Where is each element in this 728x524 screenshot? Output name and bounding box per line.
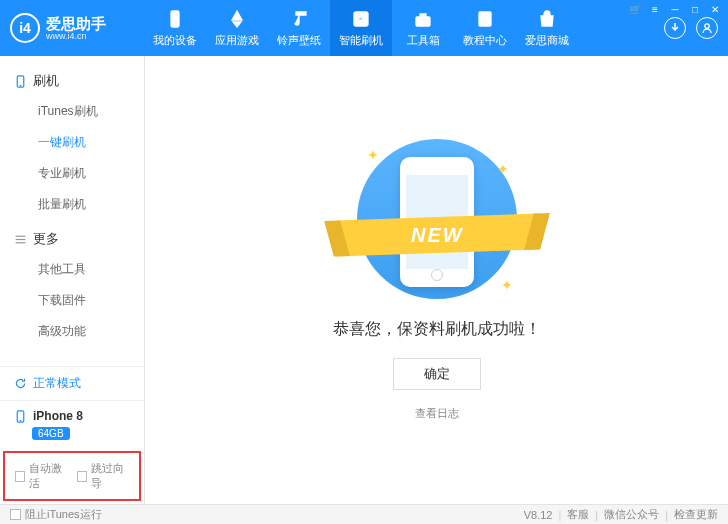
new-ribbon: NEW (337, 214, 537, 257)
version-label: V8.12 (524, 509, 553, 521)
download-icon[interactable] (664, 17, 686, 39)
device-name: iPhone 8 (33, 409, 83, 423)
success-message: 恭喜您，保资料刷机成功啦！ (333, 319, 541, 340)
nav-label: 智能刷机 (339, 33, 383, 48)
nav-book[interactable]: 教程中心 (454, 0, 516, 56)
nav-label: 应用游戏 (215, 33, 259, 48)
svg-rect-4 (479, 12, 491, 26)
logo-icon: i4 (10, 13, 40, 43)
window-controls: 🛒 ≡ ─ □ ✕ (628, 4, 722, 15)
svg-rect-3 (416, 17, 430, 26)
support-link[interactable]: 客服 (567, 507, 589, 522)
main-panel: ✦ ✦ ✦ NEW 恭喜您，保资料刷机成功啦！ 确定 查看日志 (145, 56, 728, 504)
sidebar-status[interactable]: 正常模式 (0, 366, 144, 400)
nav-apps[interactable]: 应用游戏 (206, 0, 268, 56)
refresh-icon (14, 377, 27, 390)
nav-label: 铃声壁纸 (277, 33, 321, 48)
more-icon (14, 233, 27, 246)
sidebar-item[interactable]: 下载固件 (0, 285, 144, 316)
sidebar: 刷机iTunes刷机一键刷机专业刷机批量刷机更多其他工具下载固件高级功能 正常模… (0, 56, 145, 504)
sidebar-group-header[interactable]: 更多 (0, 224, 144, 254)
device-capacity-badge: 64GB (32, 427, 70, 440)
update-link[interactable]: 检查更新 (674, 507, 718, 522)
nav-shop[interactable]: 爱思商城 (516, 0, 578, 56)
nav-flash[interactable]: 智能刷机 (330, 0, 392, 56)
block-itunes-checkbox[interactable]: 阻止iTunes运行 (10, 507, 102, 522)
apps-icon (227, 9, 247, 29)
status-label: 正常模式 (33, 375, 81, 392)
checkbox-icon (77, 471, 87, 482)
status-bar: 阻止iTunes运行 V8.12 | 客服 | 微信公众号 | 检查更新 (0, 504, 728, 524)
phone-icon (14, 410, 27, 423)
sidebar-item[interactable]: 高级功能 (0, 316, 144, 347)
sidebar-device[interactable]: iPhone 8 64GB (0, 400, 144, 448)
wechat-link[interactable]: 微信公众号 (604, 507, 659, 522)
confirm-button[interactable]: 确定 (393, 358, 481, 390)
device-icon (165, 9, 185, 29)
sidebar-item[interactable]: 专业刷机 (0, 158, 144, 189)
phone-icon (14, 75, 27, 88)
sidebar-item[interactable]: 批量刷机 (0, 189, 144, 220)
sidebar-item[interactable]: iTunes刷机 (0, 96, 144, 127)
sidebar-options: 自动激活跳过向导 (3, 451, 141, 501)
checkbox-icon (15, 471, 25, 482)
menu-icon[interactable]: ≡ (648, 4, 662, 15)
nav-music[interactable]: 铃声壁纸 (268, 0, 330, 56)
nav-label: 教程中心 (463, 33, 507, 48)
user-icon[interactable] (696, 17, 718, 39)
minimize-icon[interactable]: ─ (668, 4, 682, 15)
sidebar-item[interactable]: 一键刷机 (0, 127, 144, 158)
cart-icon[interactable]: 🛒 (628, 4, 642, 15)
music-icon (289, 9, 309, 29)
sidebar-group-header[interactable]: 刷机 (0, 66, 144, 96)
main-nav: 我的设备应用游戏铃声壁纸智能刷机工具箱教程中心爱思商城 (144, 0, 664, 56)
app-logo: i4 爱思助手 www.i4.cn (0, 13, 144, 43)
nav-device[interactable]: 我的设备 (144, 0, 206, 56)
svg-point-6 (705, 24, 709, 28)
close-icon[interactable]: ✕ (708, 4, 722, 15)
sidebar-item[interactable]: 其他工具 (0, 254, 144, 285)
app-header: i4 爱思助手 www.i4.cn 我的设备应用游戏铃声壁纸智能刷机工具箱教程中… (0, 0, 728, 56)
flash-icon (351, 9, 371, 29)
book-icon (475, 9, 495, 29)
nav-label: 爱思商城 (525, 33, 569, 48)
maximize-icon[interactable]: □ (688, 4, 702, 15)
nav-toolbox[interactable]: 工具箱 (392, 0, 454, 56)
nav-label: 我的设备 (153, 33, 197, 48)
shop-icon (537, 9, 557, 29)
logo-title: 爱思助手 (46, 16, 106, 31)
toolbox-icon (413, 9, 433, 29)
option-checkbox[interactable]: 自动激活 (15, 461, 67, 491)
success-illustration: ✦ ✦ ✦ NEW (337, 139, 537, 299)
nav-label: 工具箱 (407, 33, 440, 48)
logo-url: www.i4.cn (46, 31, 106, 41)
option-checkbox[interactable]: 跳过向导 (77, 461, 129, 491)
view-log-link[interactable]: 查看日志 (415, 406, 459, 421)
